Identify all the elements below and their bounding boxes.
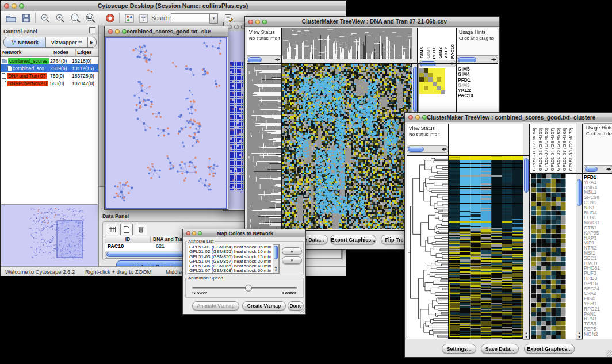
- float-panel-icon[interactable]: [89, 27, 95, 33]
- matrix-cell[interactable]: [433, 77, 437, 82]
- data-panel-trash-icon[interactable]: [135, 224, 147, 235]
- overview-canvas[interactable]: [1, 205, 98, 266]
- tv2-status-hscrollbar[interactable]: ◀▶: [407, 145, 449, 153]
- matrix-cell[interactable]: [424, 82, 429, 86]
- zoom-selected-icon[interactable]: [68, 12, 82, 24]
- slider-thumb[interactable]: [245, 285, 252, 292]
- tv2-heatmap[interactable]: [449, 156, 523, 339]
- zoom-button[interactable]: [198, 231, 202, 235]
- matrix-cell[interactable]: [428, 68, 433, 73]
- main-titlebar[interactable]: Cytoscape Desktop (Session Name: collins…: [1, 1, 346, 12]
- tv2-export-graphics-button[interactable]: Export Graphics...: [524, 344, 575, 354]
- zoom-button[interactable]: [122, 29, 127, 34]
- treeview1-titlebar[interactable]: ClusterMaker TreeView : DNA and Tran 07-…: [245, 17, 499, 27]
- matrix-cell[interactable]: [433, 90, 437, 95]
- matrix-cell[interactable]: [419, 86, 424, 90]
- matrix-cell[interactable]: [433, 73, 437, 78]
- tv1-row-dendrogram[interactable]: [247, 64, 282, 229]
- matrix-cell[interactable]: [428, 73, 433, 78]
- resize-grip[interactable]: [299, 307, 305, 313]
- close-button[interactable]: [108, 29, 113, 34]
- resize-grip[interactable]: [606, 350, 612, 357]
- vizmap-icon[interactable]: [123, 12, 136, 24]
- matrix-cell[interactable]: [428, 77, 433, 82]
- tv1-cluster-matrix[interactable]: [419, 68, 445, 94]
- network-row-combined-sco-selected[interactable]: combined_sco 2569(6) 13112(15): [1, 64, 98, 72]
- matrix-cell[interactable]: [441, 68, 446, 73]
- zoom-button[interactable]: [19, 3, 24, 9]
- tv1-column-labels[interactable]: GIM5GIM4PFD1GIM3YKE2PAC10: [419, 28, 455, 59]
- matrix-cell[interactable]: [419, 77, 424, 82]
- window-controls[interactable]: [4, 3, 24, 9]
- zoom-in-icon[interactable]: [53, 12, 67, 24]
- minimize-button[interactable]: [115, 29, 120, 34]
- network-overview-panel[interactable]: [1, 204, 98, 266]
- matrix-cell[interactable]: [437, 73, 441, 78]
- save-icon[interactable]: [19, 12, 33, 24]
- matrix-cell[interactable]: [437, 68, 441, 73]
- tab-overflow-arrow[interactable]: ▶: [88, 37, 96, 47]
- data-panel-newdoc-icon[interactable]: [120, 224, 133, 235]
- close-button[interactable]: [186, 231, 190, 235]
- tv1-row-labels[interactable]: GIM5GIM4PFD1GIM3YKE2PAC10: [458, 67, 496, 101]
- matrix-cell[interactable]: [437, 90, 441, 95]
- matrix-cell[interactable]: [419, 73, 424, 78]
- tv1-column-dendrogram[interactable]: [282, 28, 412, 59]
- matrix-cell[interactable]: [441, 73, 446, 78]
- matrix-cell[interactable]: [433, 86, 437, 90]
- zoom-button[interactable]: [262, 20, 267, 24]
- tv1-heatmap[interactable]: [282, 64, 412, 229]
- col-header-edges[interactable]: Edges: [76, 49, 98, 56]
- matrix-cell[interactable]: [428, 82, 433, 86]
- zoom-button[interactable]: [422, 115, 427, 120]
- tv2-detail-heatmap[interactable]: [531, 174, 566, 339]
- tab-network[interactable]: Network: [4, 37, 46, 47]
- zoom-fit-icon[interactable]: [83, 12, 97, 24]
- matrix-cell[interactable]: [433, 82, 437, 86]
- animation-speed-slider[interactable]: [192, 285, 297, 290]
- tv2-column-labels[interactable]: GPL51-01 (GSM854)GPL51-02 (GSM855)GPL51-…: [531, 124, 575, 171]
- search-dropdown-button[interactable]: ▾: [209, 13, 218, 24]
- matrix-cell[interactable]: [437, 82, 441, 86]
- matrix-cell[interactable]: [441, 90, 446, 95]
- matrix-cell[interactable]: [424, 86, 429, 90]
- col-header-nodes[interactable]: Nodes: [52, 49, 76, 56]
- col-header-network[interactable]: Network: [1, 49, 52, 56]
- matrix-cell[interactable]: [424, 90, 429, 95]
- network-graph-canvas[interactable]: [106, 38, 226, 208]
- minimize-button[interactable]: [12, 3, 17, 9]
- matrix-cell[interactable]: [419, 90, 424, 95]
- search-input[interactable]: [171, 13, 212, 22]
- tv2-row-dendrogram[interactable]: [407, 156, 449, 339]
- matrix-cell[interactable]: [424, 73, 429, 78]
- tv1-export-graphics-button[interactable]: Export Graphics...: [330, 235, 376, 244]
- matrix-cell[interactable]: [419, 68, 424, 73]
- tv2-settings-button[interactable]: Settings...: [442, 344, 476, 354]
- network-row-dna-tran[interactable]: DNA and Tran 07 769(0) 183728(0): [1, 72, 98, 79]
- animate-vizmap-button[interactable]: Animate Vizmap: [192, 301, 239, 311]
- help-lifering-icon[interactable]: [103, 12, 117, 24]
- matrix-cell[interactable]: [419, 82, 424, 86]
- network-view-titlebar[interactable]: combined_scores_good.txt--cluste...: [105, 26, 228, 37]
- matrix-cell[interactable]: [437, 86, 441, 90]
- matrix-cell[interactable]: [428, 90, 433, 95]
- dialog-titlebar[interactable]: Map Colors to Network: [183, 229, 305, 237]
- minimize-button[interactable]: [415, 115, 420, 120]
- matrix-cell[interactable]: [441, 86, 446, 90]
- attribute-list-vscrollbar[interactable]: ▲▼: [273, 244, 279, 273]
- matrix-cell[interactable]: [428, 86, 433, 90]
- minimize-button[interactable]: [255, 20, 260, 24]
- treeview2-titlebar[interactable]: ClusterMaker TreeView : combined_scores_…: [405, 113, 612, 122]
- matrix-cell[interactable]: [433, 68, 437, 73]
- matrix-cell[interactable]: [424, 68, 429, 73]
- open-folder-icon[interactable]: [4, 12, 18, 24]
- zoom-out-icon[interactable]: [39, 12, 52, 24]
- minimize-button[interactable]: [192, 231, 196, 235]
- matrix-cell[interactable]: [424, 77, 429, 82]
- matrix-cell[interactable]: [441, 82, 446, 86]
- tv2-gene-labels[interactable]: PFD1YRA1RNR4MSL1SPC98CLN1NIS1BUD4ELG1MAK…: [584, 175, 611, 338]
- close-button[interactable]: [4, 3, 9, 9]
- minimize-button[interactable]: [234, 25, 239, 29]
- attribute-listbox[interactable]: GPL51-01 (GSM854) heat shock 05 minGPL51…: [188, 244, 280, 274]
- attribute-up-button[interactable]: ∧: [282, 247, 302, 255]
